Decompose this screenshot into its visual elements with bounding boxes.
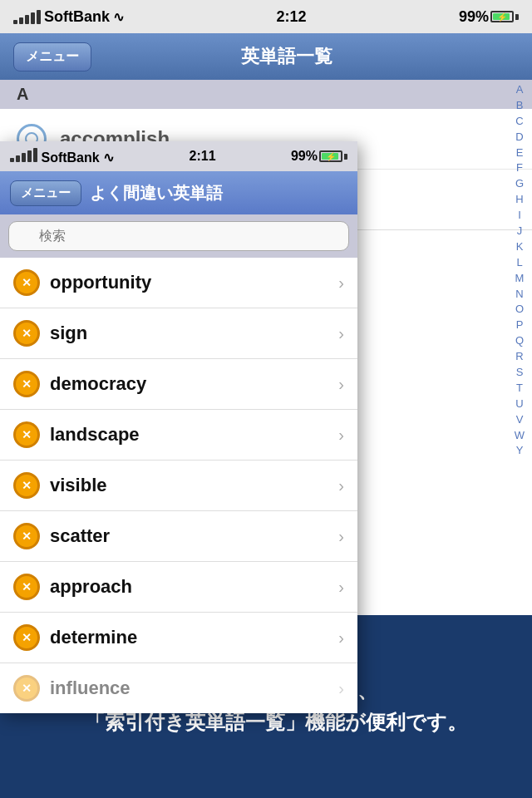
word-opportunity: opportunity	[50, 272, 328, 293]
signal-bar-1	[13, 20, 17, 24]
chevron-visible: ›	[338, 476, 344, 495]
signal-bar-4	[31, 12, 35, 24]
error-icon-determine	[13, 624, 40, 651]
alpha-C[interactable]: C	[515, 115, 523, 129]
chevron-sign: ›	[338, 324, 344, 343]
alpha-H[interactable]: H	[515, 193, 523, 207]
chevron-opportunity: ›	[338, 273, 344, 293]
alpha-N[interactable]: N	[515, 288, 523, 302]
signal-bar-2	[19, 17, 23, 24]
word-sign: sign	[50, 323, 328, 344]
alpha-R[interactable]: R	[515, 350, 523, 364]
error-icon-scatter	[13, 523, 40, 549]
fg-signal-bars	[10, 148, 37, 162]
list-item-scatter[interactable]: scatter ›	[0, 511, 357, 562]
list-item-determine[interactable]: determine ›	[0, 613, 357, 663]
fg-wifi-icon: ∿	[103, 150, 114, 165]
list-item-democracy[interactable]: democracy ›	[0, 359, 357, 410]
fg-carrier-name: SoftBank	[41, 150, 99, 165]
word-landscape: landscape	[50, 424, 328, 446]
fg-battery: 99% ⚡	[291, 149, 347, 164]
bg-alphabet-index: A B C D E F G H I J K L M N O P Q R S T …	[507, 80, 532, 461]
bg-carrier-name: SoftBank	[44, 8, 110, 26]
bg-battery-body: ⚡	[490, 11, 514, 22]
bg-back-button[interactable]: メニュー	[13, 42, 91, 71]
bg-time: 2:12	[276, 8, 306, 26]
alpha-B[interactable]: B	[516, 99, 524, 113]
fg-signal-bar-3	[22, 153, 26, 162]
chevron-scatter: ›	[338, 527, 344, 546]
bg-battery-tip	[515, 14, 519, 20]
error-icon-landscape	[13, 421, 40, 448]
fg-signal-bar-5	[33, 148, 37, 162]
word-approach: approach	[50, 576, 328, 598]
list-item-approach[interactable]: approach ›	[0, 562, 357, 613]
alpha-W[interactable]: W	[515, 429, 525, 443]
alpha-D[interactable]: D	[515, 131, 523, 145]
fg-battery-lightning: ⚡	[326, 152, 336, 161]
alpha-F[interactable]: F	[516, 161, 523, 175]
fg-carrier-signal: SoftBank ∿	[10, 148, 114, 165]
fg-search-wrap: 🔍	[8, 221, 349, 251]
error-icon-approach	[13, 574, 40, 600]
alpha-M[interactable]: M	[515, 272, 525, 286]
chevron-landscape: ›	[338, 426, 344, 445]
alpha-V[interactable]: V	[516, 413, 524, 427]
bg-navbar: メニュー 英単語一覧	[0, 33, 532, 80]
fg-signal-bar-1	[10, 158, 14, 162]
bg-battery-lightning: ⚡	[497, 12, 507, 22]
word-visible: visible	[50, 475, 328, 496]
search-input[interactable]	[8, 221, 349, 251]
fg-battery-body: ⚡	[319, 150, 342, 162]
alpha-T[interactable]: T	[516, 382, 523, 396]
bg-wifi-icon: ∿	[113, 9, 124, 25]
bg-battery-pct: 99%	[459, 8, 489, 26]
bg-section-header-a: A	[0, 80, 532, 109]
alpha-I[interactable]: I	[518, 209, 521, 223]
word-determine: determine	[50, 627, 328, 648]
alpha-J[interactable]: J	[517, 224, 523, 239]
fg-statusbar: SoftBank ∿ 2:11 99% ⚡	[0, 141, 357, 171]
list-item-visible[interactable]: visible ›	[0, 461, 357, 511]
error-icon-sign	[13, 320, 40, 347]
fg-battery-tip	[344, 154, 347, 160]
list-item-sign[interactable]: sign ›	[0, 308, 357, 359]
alpha-K[interactable]: K	[516, 240, 524, 254]
fg-signal-bar-2	[16, 155, 20, 162]
word-influence: influence	[50, 677, 328, 699]
signal-bar-3	[25, 15, 29, 24]
word-scatter: scatter	[50, 525, 328, 547]
alpha-O[interactable]: O	[515, 303, 524, 317]
error-icon-visible	[13, 472, 40, 499]
alpha-E[interactable]: E	[516, 146, 524, 160]
chevron-influence: ›	[338, 679, 344, 698]
bg-signal-bars	[13, 10, 41, 24]
fg-back-button[interactable]: メニュー	[10, 180, 81, 206]
fg-search-bar-container: 🔍	[0, 214, 357, 258]
bg-screen-title: 英単語一覧	[105, 44, 469, 69]
alpha-L[interactable]: L	[516, 256, 522, 270]
alpha-P[interactable]: P	[516, 318, 524, 332]
error-icon-democracy	[13, 371, 40, 397]
list-item-influence[interactable]: influence ›	[0, 663, 357, 713]
alpha-A[interactable]: A	[516, 83, 524, 97]
error-icon-influence	[13, 675, 40, 702]
word-democracy: democracy	[50, 373, 328, 395]
error-icon-opportunity	[13, 269, 40, 296]
alpha-G[interactable]: G	[515, 177, 524, 191]
fg-battery-pct: 99%	[291, 149, 318, 164]
list-item-landscape[interactable]: landscape ›	[0, 410, 357, 461]
chevron-determine: ›	[338, 628, 344, 648]
chevron-approach: ›	[338, 578, 344, 597]
alpha-S[interactable]: S	[516, 366, 524, 380]
bg-battery: 99% ⚡	[459, 8, 519, 26]
bg-carrier-signal: SoftBank ∿	[13, 8, 124, 26]
fg-time: 2:11	[190, 149, 216, 164]
alpha-U[interactable]: U	[515, 397, 523, 411]
signal-bar-5	[37, 10, 41, 24]
alpha-Q[interactable]: Q	[515, 334, 524, 348]
chevron-democracy: ›	[338, 375, 344, 394]
alpha-Y[interactable]: Y	[516, 444, 524, 458]
list-item-opportunity[interactable]: opportunity ›	[0, 258, 357, 308]
fg-screen-title: よく間違い英単語	[90, 182, 223, 204]
